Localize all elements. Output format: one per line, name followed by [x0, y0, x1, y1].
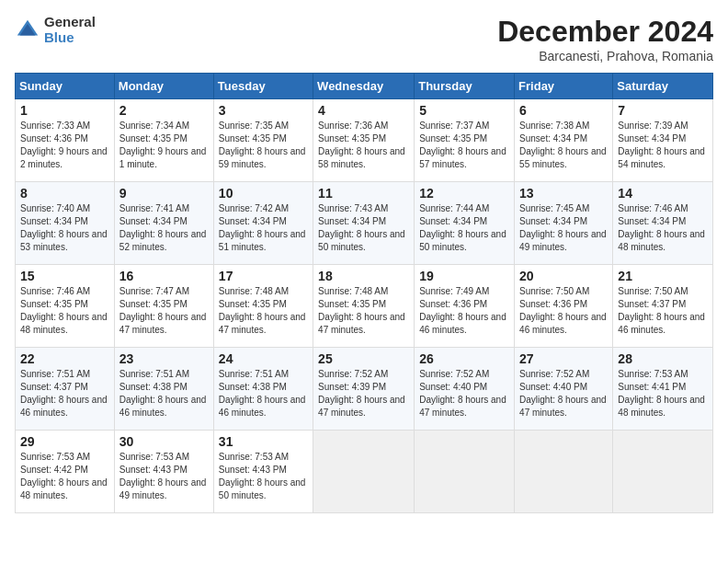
- day-number: 8: [20, 186, 109, 201]
- calendar-day-cell: [613, 431, 713, 513]
- calendar-day-cell: 28Sunrise: 7:53 AMSunset: 4:41 PMDayligh…: [613, 348, 713, 431]
- calendar-day-cell: 13Sunrise: 7:45 AMSunset: 4:34 PMDayligh…: [515, 182, 613, 265]
- calendar-body: 1Sunrise: 7:33 AMSunset: 4:36 PMDaylight…: [16, 99, 713, 513]
- calendar-day-cell: 27Sunrise: 7:52 AMSunset: 4:40 PMDayligh…: [515, 348, 613, 431]
- logo: General Blue: [15, 15, 96, 45]
- day-content: Sunrise: 7:47 AMSunset: 4:35 PMDaylight:…: [119, 285, 209, 337]
- logo-icon: [15, 17, 40, 43]
- weekday-header-cell: Thursday: [415, 74, 515, 99]
- day-number: 21: [618, 269, 708, 283]
- day-content: Sunrise: 7:36 AMSunset: 4:35 PMDaylight:…: [318, 120, 409, 171]
- day-number: 3: [219, 103, 308, 118]
- day-number: 1: [20, 103, 109, 118]
- calendar-day-cell: 21Sunrise: 7:50 AMSunset: 4:37 PMDayligh…: [613, 265, 713, 348]
- page-header: General Blue December 2024 Barcanesti, P…: [15, 15, 713, 63]
- weekday-header-cell: Tuesday: [213, 74, 313, 99]
- day-content: Sunrise: 7:37 AMSunset: 4:35 PMDaylight:…: [419, 120, 509, 171]
- calendar-day-cell: 30Sunrise: 7:53 AMSunset: 4:43 PMDayligh…: [114, 431, 213, 513]
- day-content: Sunrise: 7:33 AMSunset: 4:36 PMDaylight:…: [20, 120, 109, 171]
- day-content: Sunrise: 7:39 AMSunset: 4:34 PMDaylight:…: [618, 120, 708, 171]
- calendar-day-cell: 3Sunrise: 7:35 AMSunset: 4:35 PMDaylight…: [213, 99, 313, 182]
- calendar-day-cell: 14Sunrise: 7:46 AMSunset: 4:34 PMDayligh…: [613, 182, 713, 265]
- weekday-header-cell: Saturday: [613, 74, 713, 99]
- day-content: Sunrise: 7:35 AMSunset: 4:35 PMDaylight:…: [219, 120, 308, 171]
- day-number: 4: [318, 103, 409, 118]
- day-content: Sunrise: 7:44 AMSunset: 4:34 PMDaylight:…: [419, 202, 509, 254]
- day-content: Sunrise: 7:51 AMSunset: 4:37 PMDaylight:…: [20, 368, 109, 419]
- day-number: 6: [519, 103, 608, 118]
- day-number: 20: [519, 269, 608, 283]
- calendar-day-cell: 31Sunrise: 7:53 AMSunset: 4:43 PMDayligh…: [213, 431, 313, 513]
- weekday-header-cell: Sunday: [16, 74, 115, 99]
- calendar-day-cell: 15Sunrise: 7:46 AMSunset: 4:35 PMDayligh…: [16, 265, 115, 348]
- day-number: 11: [318, 186, 409, 201]
- day-content: Sunrise: 7:43 AMSunset: 4:34 PMDaylight:…: [318, 202, 409, 254]
- calendar-day-cell: 9Sunrise: 7:41 AMSunset: 4:34 PMDaylight…: [114, 182, 213, 265]
- calendar-day-cell: 24Sunrise: 7:51 AMSunset: 4:38 PMDayligh…: [213, 348, 313, 431]
- day-content: Sunrise: 7:40 AMSunset: 4:34 PMDaylight:…: [20, 202, 109, 254]
- calendar-week-row: 1Sunrise: 7:33 AMSunset: 4:36 PMDaylight…: [16, 99, 713, 182]
- calendar-day-cell: 16Sunrise: 7:47 AMSunset: 4:35 PMDayligh…: [114, 265, 213, 348]
- weekday-header-cell: Wednesday: [313, 74, 415, 99]
- day-number: 13: [519, 186, 608, 201]
- weekday-header-row: SundayMondayTuesdayWednesdayThursdayFrid…: [16, 74, 713, 99]
- day-content: Sunrise: 7:42 AMSunset: 4:34 PMDaylight:…: [219, 202, 308, 254]
- day-number: 14: [618, 186, 708, 201]
- day-content: Sunrise: 7:38 AMSunset: 4:34 PMDaylight:…: [519, 120, 608, 171]
- logo-blue: Blue: [44, 30, 96, 46]
- day-number: 5: [419, 103, 509, 118]
- calendar-week-row: 29Sunrise: 7:53 AMSunset: 4:42 PMDayligh…: [16, 431, 713, 513]
- calendar-day-cell: 6Sunrise: 7:38 AMSunset: 4:34 PMDaylight…: [515, 99, 613, 182]
- day-content: Sunrise: 7:52 AMSunset: 4:40 PMDaylight:…: [519, 368, 608, 419]
- day-number: 12: [419, 186, 509, 201]
- calendar-week-row: 15Sunrise: 7:46 AMSunset: 4:35 PMDayligh…: [16, 265, 713, 348]
- calendar-day-cell: 18Sunrise: 7:48 AMSunset: 4:35 PMDayligh…: [313, 265, 415, 348]
- logo-general: General: [44, 15, 96, 30]
- day-number: 25: [318, 351, 409, 366]
- calendar-day-cell: 12Sunrise: 7:44 AMSunset: 4:34 PMDayligh…: [415, 182, 515, 265]
- calendar-day-cell: 11Sunrise: 7:43 AMSunset: 4:34 PMDayligh…: [313, 182, 415, 265]
- day-number: 31: [219, 434, 308, 449]
- day-content: Sunrise: 7:46 AMSunset: 4:34 PMDaylight:…: [618, 202, 708, 254]
- day-content: Sunrise: 7:53 AMSunset: 4:43 PMDaylight:…: [219, 451, 308, 502]
- weekday-header-cell: Monday: [114, 74, 213, 99]
- calendar-day-cell: 5Sunrise: 7:37 AMSunset: 4:35 PMDaylight…: [415, 99, 515, 182]
- calendar-day-cell: 25Sunrise: 7:52 AMSunset: 4:39 PMDayligh…: [313, 348, 415, 431]
- calendar-day-cell: 2Sunrise: 7:34 AMSunset: 4:35 PMDaylight…: [114, 99, 213, 182]
- calendar-day-cell: 10Sunrise: 7:42 AMSunset: 4:34 PMDayligh…: [213, 182, 313, 265]
- day-content: Sunrise: 7:50 AMSunset: 4:36 PMDaylight:…: [519, 285, 608, 337]
- calendar-day-cell: 29Sunrise: 7:53 AMSunset: 4:42 PMDayligh…: [16, 431, 115, 513]
- day-number: 29: [20, 434, 109, 449]
- day-content: Sunrise: 7:52 AMSunset: 4:39 PMDaylight:…: [318, 368, 409, 419]
- day-number: 9: [119, 186, 209, 201]
- calendar-day-cell: 17Sunrise: 7:48 AMSunset: 4:35 PMDayligh…: [213, 265, 313, 348]
- day-number: 2: [119, 103, 209, 118]
- day-number: 24: [219, 351, 308, 366]
- day-content: Sunrise: 7:53 AMSunset: 4:41 PMDaylight:…: [618, 368, 708, 419]
- day-content: Sunrise: 7:48 AMSunset: 4:35 PMDaylight:…: [318, 285, 409, 337]
- day-content: Sunrise: 7:41 AMSunset: 4:34 PMDaylight:…: [119, 202, 209, 254]
- month-title: December 2024: [497, 15, 713, 49]
- day-number: 22: [20, 351, 109, 366]
- day-number: 15: [20, 269, 109, 283]
- calendar-day-cell: [415, 431, 515, 513]
- day-number: 26: [419, 351, 509, 366]
- title-area: December 2024 Barcanesti, Prahova, Roman…: [497, 15, 713, 63]
- calendar-day-cell: 26Sunrise: 7:52 AMSunset: 4:40 PMDayligh…: [415, 348, 515, 431]
- day-number: 28: [618, 351, 708, 366]
- day-content: Sunrise: 7:46 AMSunset: 4:35 PMDaylight:…: [20, 285, 109, 337]
- day-content: Sunrise: 7:45 AMSunset: 4:34 PMDaylight:…: [519, 202, 608, 254]
- calendar-day-cell: 4Sunrise: 7:36 AMSunset: 4:35 PMDaylight…: [313, 99, 415, 182]
- day-number: 7: [618, 103, 708, 118]
- calendar-day-cell: 23Sunrise: 7:51 AMSunset: 4:38 PMDayligh…: [114, 348, 213, 431]
- calendar-day-cell: 1Sunrise: 7:33 AMSunset: 4:36 PMDaylight…: [16, 99, 115, 182]
- day-content: Sunrise: 7:34 AMSunset: 4:35 PMDaylight:…: [119, 120, 209, 171]
- day-number: 17: [219, 269, 308, 283]
- calendar-day-cell: 22Sunrise: 7:51 AMSunset: 4:37 PMDayligh…: [16, 348, 115, 431]
- day-number: 10: [219, 186, 308, 201]
- day-content: Sunrise: 7:52 AMSunset: 4:40 PMDaylight:…: [419, 368, 509, 419]
- location-title: Barcanesti, Prahova, Romania: [497, 49, 713, 63]
- day-number: 16: [119, 269, 209, 283]
- day-number: 30: [119, 434, 209, 449]
- day-content: Sunrise: 7:51 AMSunset: 4:38 PMDaylight:…: [119, 368, 209, 419]
